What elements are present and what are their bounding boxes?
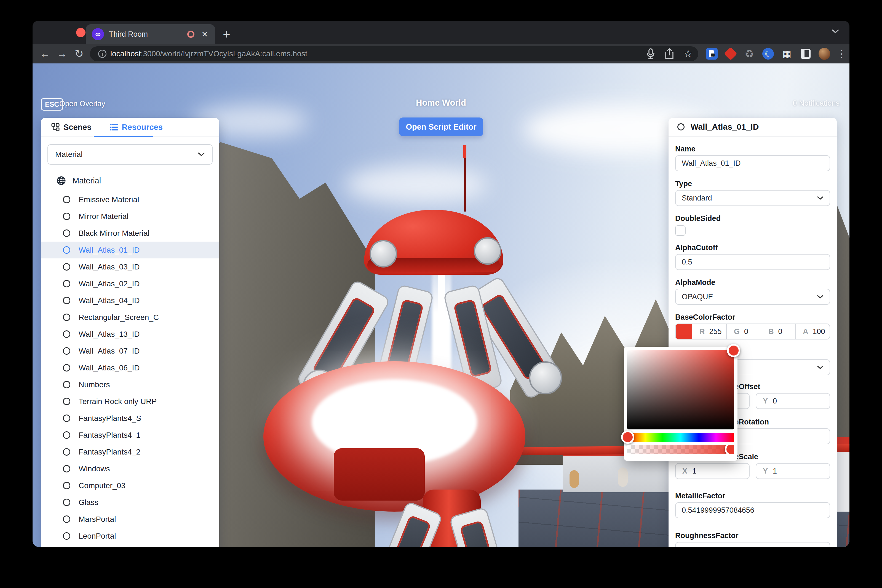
alpha-channel-field[interactable]: A100: [795, 324, 830, 339]
tab-close-icon[interactable]: ✕: [202, 30, 208, 39]
open-script-editor-button[interactable]: Open Script Editor: [399, 117, 483, 136]
saturation-value-area[interactable]: [627, 350, 734, 429]
type-select[interactable]: Standard: [675, 190, 830, 206]
list-item-label: Wall_Atlas_07_ID: [79, 346, 140, 356]
back-button[interactable]: ←: [36, 48, 54, 60]
scale-x-field[interactable]: X1: [675, 463, 750, 479]
red-channel-field[interactable]: R255: [692, 324, 726, 339]
name-field[interactable]: Wall_Atlas_01_ID: [675, 155, 830, 171]
color-swatch[interactable]: [676, 324, 692, 339]
list-item[interactable]: Wall_Atlas_13_ID: [41, 326, 219, 342]
list-item[interactable]: MarsPortal: [41, 511, 219, 528]
material-icon: [63, 381, 70, 388]
list-item-label: Wall_Atlas_13_ID: [79, 330, 140, 339]
side-panel-icon[interactable]: [800, 48, 812, 60]
reload-button[interactable]: ↻: [70, 48, 88, 60]
double-sided-checkbox[interactable]: [675, 225, 686, 236]
material-icon: [63, 330, 70, 338]
list-item[interactable]: Windows: [41, 460, 219, 477]
material-icon: [63, 314, 70, 321]
forward-button[interactable]: →: [54, 48, 70, 60]
list-item[interactable]: Wall_Atlas_03_ID: [41, 258, 219, 275]
alpha-cutoff-field[interactable]: 0.5: [675, 254, 830, 270]
alpha-handle[interactable]: [725, 445, 734, 454]
green-channel-field[interactable]: G0: [726, 324, 760, 339]
tab-label: Resources: [122, 123, 163, 132]
resource-type-select[interactable]: Material: [47, 144, 213, 165]
list-item[interactable]: Black Mirror Material: [41, 225, 219, 242]
offset-y-field[interactable]: Y0: [756, 393, 830, 409]
name-label: Name: [675, 144, 830, 154]
list-item-label: Terrain Rock only URP: [79, 397, 157, 406]
list-item[interactable]: Rectangular_Screen_C: [41, 309, 219, 326]
material-icon: [63, 297, 70, 304]
list-item[interactable]: Terrain Rock only URP: [41, 393, 219, 410]
privacy-extension-icon[interactable]: [706, 48, 718, 60]
list-item[interactable]: Wall_Atlas_04_ID: [41, 292, 219, 309]
list-item[interactable]: Mirror Material: [41, 208, 219, 225]
tab-scenes[interactable]: Scenes: [51, 123, 92, 132]
active-tab-underline: [94, 136, 153, 137]
blue-channel-field[interactable]: B0: [760, 324, 795, 339]
chevron-down-icon: [198, 152, 205, 157]
list-item[interactable]: Computer_03: [41, 477, 219, 494]
bookmark-star-icon[interactable]: ☆: [683, 48, 693, 60]
new-tab-button[interactable]: +: [223, 27, 230, 42]
list-item-label: Computer_03: [79, 481, 126, 490]
git-extension-icon[interactable]: [725, 48, 736, 60]
saturation-value-handle[interactable]: [727, 344, 740, 357]
browser-menu-icon[interactable]: ⋮: [837, 48, 847, 60]
material-icon: [63, 347, 70, 355]
dark-reader-extension-icon[interactable]: ☾: [762, 48, 774, 60]
tree-root-material[interactable]: Material: [41, 173, 219, 188]
list-item[interactable]: LeonPortal: [41, 528, 219, 544]
inspector-title: Wall_Atlas_01_ID: [691, 122, 759, 132]
url-bar[interactable]: i localhost:3000/world/!vjrzmTVOcyIsLgaA…: [90, 46, 698, 61]
chevron-down-icon: [817, 196, 824, 200]
list-item[interactable]: Wall_Atlas_06_ID: [41, 359, 219, 376]
hue-slider[interactable]: [627, 433, 734, 442]
microphone-icon[interactable]: [646, 48, 655, 59]
tab-resources[interactable]: Resources: [110, 123, 163, 132]
tab-search-chevron-icon[interactable]: [832, 29, 839, 33]
extensions-puzzle-icon[interactable]: ▦: [781, 48, 793, 60]
list-item[interactable]: FantasyPlants4_S: [41, 410, 219, 427]
list-item-label: Wall_Atlas_02_ID: [79, 279, 140, 288]
scale-y-field[interactable]: Y1: [756, 463, 830, 479]
recycle-extension-icon[interactable]: ♻: [744, 48, 755, 60]
browser-toolbar: ← → ↻ i localhost:3000/world/!vjrzmTVOcy…: [33, 44, 849, 63]
roughness-factor-field[interactable]: 0.3580000102519989: [675, 542, 830, 547]
site-info-icon[interactable]: i: [98, 50, 106, 58]
metallic-factor-field[interactable]: 0.5419999957084656: [675, 502, 830, 518]
list-item[interactable]: Glass: [41, 494, 219, 511]
profile-avatar[interactable]: [819, 48, 830, 60]
list-item[interactable]: FantasyPlants4_2: [41, 444, 219, 460]
type-value: Standard: [682, 194, 712, 202]
alpha-mode-select[interactable]: OPAQUE: [675, 289, 830, 305]
list-item[interactable]: Wall_Atlas_07_ID: [41, 342, 219, 359]
tab-strip: ∞ Third Room ✕ +: [33, 21, 849, 44]
roughness-factor-label: RoughnessFactor: [675, 531, 830, 540]
list-item[interactable]: Numbers: [41, 376, 219, 393]
list-item-label: Rectangular_Screen_C: [79, 313, 159, 322]
browser-tab[interactable]: ∞ Third Room ✕: [86, 24, 215, 44]
list-item[interactable]: FantasyPlants4_1: [41, 427, 219, 444]
world-viewport[interactable]: ESC Open Overlay Home World 0 Notificati…: [33, 63, 849, 547]
share-icon[interactable]: [664, 48, 674, 59]
list-item-label: Glass: [79, 498, 99, 507]
list-item[interactable]: Wall_Atlas_02_ID: [41, 275, 219, 292]
list-item[interactable]: Wall_Atlas_01_ID: [41, 242, 219, 258]
tree-root-label: Material: [72, 176, 101, 185]
hue-handle[interactable]: [621, 430, 634, 444]
list-item[interactable]: WebXRPortal: [41, 544, 219, 547]
alpha-slider[interactable]: [627, 445, 734, 454]
material-icon: [63, 448, 70, 456]
base-color-factor-label: BaseColorFactor: [675, 312, 830, 322]
list-item[interactable]: Emissive Material: [41, 191, 219, 208]
notifications-counter[interactable]: 0 Notifications: [793, 99, 840, 108]
material-icon: [63, 465, 70, 472]
window-close-button[interactable]: [76, 28, 86, 37]
tab-title: Third Room: [109, 30, 187, 39]
cloud: [344, 165, 488, 204]
chevron-down-icon: [817, 365, 824, 370]
